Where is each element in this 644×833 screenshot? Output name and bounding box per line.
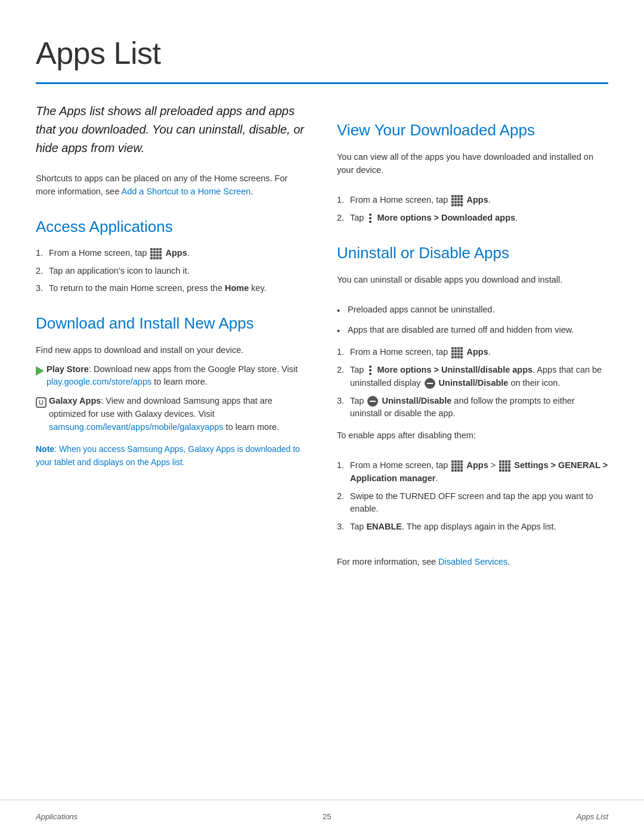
apps-grid-icon (451, 347, 463, 358)
apps-grid-icon (150, 248, 162, 259)
uninstall-bullets: • Preloaded apps cannot be uninstalled. … (337, 304, 608, 338)
disabled-services-link[interactable]: Disabled Services (438, 557, 507, 566)
list-item: 3. Tap ENABLE. The app displays again in… (337, 521, 608, 534)
footer-left: Applications (36, 811, 78, 823)
access-applications-heading: Access Applications (36, 215, 307, 239)
download-install-heading: Download and Install New Apps (36, 312, 307, 335)
download-install-intro: Find new apps to download and install on… (36, 343, 307, 357)
view-downloaded-intro: You can view all of the apps you have do… (337, 150, 608, 177)
enable-heading: To enable apps after disabling them: (337, 429, 608, 442)
view-downloaded-heading: View Your Downloaded Apps (337, 119, 608, 142)
access-applications-list: 1. From a Home screen, tap Apps. 2. (36, 247, 307, 295)
play-store-icon (36, 366, 44, 376)
more-options-icon (367, 213, 373, 223)
list-item: 3. To return to the main Home screen, pr… (36, 282, 307, 295)
more-options-icon (367, 366, 373, 375)
shortcuts-link[interactable]: Add a Shortcut to a Home Screen (121, 187, 250, 196)
list-item: 1. From a Home screen, tap Apps. (337, 346, 608, 359)
uninstall-disable-heading: Uninstall or Disable Apps (337, 241, 608, 265)
uninstall-circle-icon (425, 378, 435, 389)
left-column: The Apps list shows all preloaded apps a… (36, 102, 307, 572)
page-title: Apps List (36, 30, 608, 76)
list-item: Play Store: Download new apps from the G… (36, 363, 307, 389)
list-item: 2. Tap More options > Uninstall/disable … (337, 364, 608, 390)
galaxy-apps-icon: U (36, 397, 47, 408)
apps-grid-icon (451, 460, 463, 472)
right-column: View Your Downloaded Apps You can view a… (337, 102, 608, 572)
list-item: 1. From a Home screen, tap Apps > (337, 459, 608, 485)
more-info-para: For more information, see Disabled Servi… (337, 555, 608, 568)
title-divider (36, 82, 608, 84)
enable-steps-list: 1. From a Home screen, tap Apps > (337, 459, 608, 534)
note-para: Note: When you access Samsung Apps, Gala… (36, 443, 307, 469)
list-item: 1. From a Home screen, tap Apps. (36, 247, 307, 260)
galaxy-apps-link[interactable]: samsung.com/levant/apps/mobile/galaxyapp… (49, 422, 224, 432)
list-item: 2. Tap More options > Downloaded apps. (337, 212, 608, 225)
list-item: • Apps that are disabled are turned off … (337, 324, 608, 338)
settings-grid-icon (499, 460, 510, 472)
list-item: 3. Tap Uninstall/Disable and follow the … (337, 395, 608, 421)
uninstall-circle-icon (367, 396, 378, 407)
list-item: 2. Tap an application's icon to launch i… (36, 265, 307, 278)
footer-page-number: 25 (323, 811, 331, 823)
page-footer: Applications 25 Apps List (0, 800, 644, 834)
intro-text: The Apps list shows all preloaded apps a… (36, 102, 307, 157)
play-store-link[interactable]: play.google.com/store/apps (47, 377, 151, 386)
list-item: 2. Swipe to the TURNED OFF screen and ta… (337, 490, 608, 516)
uninstall-steps-list: 1. From a Home screen, tap Apps. 2. (337, 346, 608, 420)
view-downloaded-list: 1. From a Home screen, tap Apps. 2. (337, 194, 608, 225)
footer-right: Apps List (577, 811, 608, 823)
download-install-list: Play Store: Download new apps from the G… (36, 363, 307, 434)
apps-grid-icon (451, 195, 463, 206)
uninstall-disable-intro: You can uninstall or disable apps you do… (337, 273, 608, 286)
list-item: U Galaxy Apps: View and download Samsung… (36, 395, 307, 433)
list-item: • Preloaded apps cannot be uninstalled. (337, 304, 608, 318)
list-item: 1. From a Home screen, tap Apps. (337, 194, 608, 207)
shortcuts-para: Shortcuts to apps can be placed on any o… (36, 172, 307, 199)
